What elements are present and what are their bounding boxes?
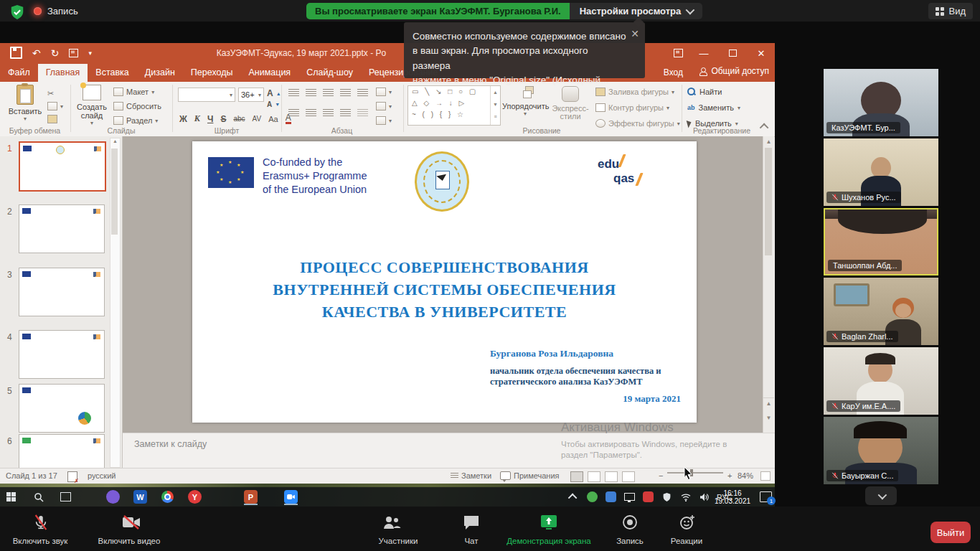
zoom-percentage[interactable]: 84% xyxy=(738,471,753,480)
decrease-indent-button[interactable] xyxy=(323,89,334,97)
shapes-gallery-scroll[interactable]: ▲▼≡ xyxy=(490,86,500,125)
zoom-out-button[interactable]: − xyxy=(659,471,663,480)
decrease-font-button[interactable]: А▼ xyxy=(267,100,280,108)
reactions-icon[interactable] xyxy=(679,514,696,531)
spellcheck-icon[interactable] xyxy=(67,471,77,482)
slide-thumbnail-4[interactable] xyxy=(19,330,105,379)
view-button[interactable]: Вид xyxy=(928,3,973,19)
slideshow-view-button[interactable] xyxy=(622,471,635,482)
slide-sorter-view-button[interactable] xyxy=(588,471,600,482)
layout-button[interactable]: Макет▾ xyxy=(113,88,154,96)
align-right-button[interactable] xyxy=(323,109,334,117)
muted-camera-icon[interactable] xyxy=(122,514,141,531)
slide-thumbnail-6[interactable] xyxy=(19,434,105,468)
task-view-icon[interactable] xyxy=(59,490,72,504)
video-tile[interactable]: КарУ им.Е.А.... xyxy=(824,347,938,415)
smartart-convert-button[interactable]: ▾ xyxy=(376,116,392,125)
underline-button[interactable]: Ч xyxy=(207,114,213,124)
shadow-button[interactable]: abc xyxy=(233,115,245,123)
slide-thumbnail-5[interactable] xyxy=(19,384,105,433)
new-slide-button[interactable]: Создать слайд ▾ xyxy=(75,85,109,126)
restore-button[interactable] xyxy=(722,43,743,63)
tray-volume-icon[interactable] xyxy=(697,490,711,504)
slide-thumbnail-1[interactable] xyxy=(19,141,106,192)
format-painter-button[interactable] xyxy=(47,115,57,123)
previous-slide-button[interactable]: ▲ xyxy=(763,397,774,407)
zoom-in-button[interactable]: + xyxy=(727,471,732,480)
numbering-button[interactable] xyxy=(306,89,316,97)
shape-outline-button[interactable]: Контур фигуры▾ xyxy=(595,103,669,112)
increase-indent-button[interactable] xyxy=(340,89,351,97)
slide-1[interactable]: ★★ ★★ ★★ ★★ Co-funded by the Erasmus+ Pr… xyxy=(192,141,697,423)
shape-fill-button[interactable]: Заливка фигуры▾ xyxy=(595,88,674,96)
close-icon[interactable]: ✕ xyxy=(631,27,639,42)
align-text-button[interactable]: ▾ xyxy=(376,102,392,110)
video-tile-active-speaker[interactable]: Таншолпан Абд... xyxy=(824,208,938,276)
video-tile[interactable]: Шуханов Рус... xyxy=(824,138,938,206)
tab-design[interactable]: Дизайн xyxy=(137,64,183,82)
tray-display-icon[interactable] xyxy=(623,490,636,504)
chat-icon[interactable] xyxy=(463,514,480,531)
line-spacing-button[interactable] xyxy=(357,89,368,97)
tab-transitions[interactable]: Переходы xyxy=(183,64,241,82)
comments-toggle[interactable]: Примечания xyxy=(500,471,560,480)
zoom-slider[interactable] xyxy=(667,471,723,473)
action-center-icon[interactable]: 1 xyxy=(760,491,772,502)
search-icon[interactable] xyxy=(32,490,45,504)
taskbar-app-chrome[interactable] xyxy=(161,490,174,504)
video-tile[interactable]: Бауыржан С... xyxy=(824,417,938,484)
video-tile[interactable]: КазУЭФМТ. Бур... xyxy=(824,69,938,136)
paste-button[interactable]: Вставить ▾ xyxy=(6,85,44,122)
bullets-button[interactable] xyxy=(288,89,299,97)
bold-button[interactable]: Ж xyxy=(179,114,187,124)
tray-expand-icon[interactable] xyxy=(567,490,580,504)
security-shield-icon[interactable] xyxy=(9,4,25,20)
justify-button[interactable] xyxy=(340,109,351,117)
redo-icon[interactable]: ↻ xyxy=(51,47,60,59)
start-video-button[interactable]: Включить видео xyxy=(92,537,166,545)
tab-slideshow[interactable]: Слайд-шоу xyxy=(298,64,361,82)
customize-qat-icon[interactable]: ▾ xyxy=(88,50,92,57)
save-icon[interactable] xyxy=(10,47,22,59)
video-tile[interactable]: Baglan Zharl... xyxy=(824,278,938,345)
arrange-button[interactable]: Упорядочить ▾ xyxy=(502,86,548,117)
record-icon[interactable] xyxy=(621,514,639,531)
chat-button[interactable]: Чат xyxy=(450,537,493,545)
taskbar-app-yandex[interactable]: Y xyxy=(188,490,202,504)
replace-button[interactable]: abЗаменить▾ xyxy=(687,103,740,112)
muted-mic-icon[interactable] xyxy=(33,514,49,532)
tray-network-icon[interactable] xyxy=(679,490,692,504)
taskbar-app-zoom[interactable] xyxy=(284,490,298,505)
font-size-combo[interactable]: 36+▾ xyxy=(238,88,264,102)
taskbar-app-powerpoint[interactable]: P xyxy=(244,490,258,505)
reactions-button[interactable]: Реакции xyxy=(665,537,708,545)
tray-icon-blue[interactable] xyxy=(604,490,618,504)
tray-clock[interactable]: 16:16 19.03.2021 xyxy=(710,489,755,505)
align-center-button[interactable] xyxy=(306,109,316,117)
tab-file[interactable]: Файл xyxy=(0,64,38,82)
tray-recording-icon[interactable] xyxy=(641,490,655,504)
tab-animations[interactable]: Анимация xyxy=(240,64,298,82)
copy-button[interactable]: ▾ xyxy=(47,102,63,110)
collapse-ribbon-button[interactable] xyxy=(762,123,768,130)
slide-thumbnail-2[interactable] xyxy=(19,204,105,253)
tray-defender-icon[interactable] xyxy=(660,490,674,504)
quick-styles-button[interactable]: Экспресс-стили xyxy=(550,86,591,121)
sign-in-link[interactable]: Вход xyxy=(664,67,683,77)
shapes-gallery[interactable]: ▭ ╲ ↘ □ ○ ▢ △ ◇ → ↓ ▷ ~ ( ) { } ☆ ▲▼≡ xyxy=(407,85,501,126)
reset-button[interactable]: Сбросить xyxy=(113,102,161,110)
tray-icon-green[interactable] xyxy=(585,490,599,504)
reading-view-button[interactable] xyxy=(605,471,618,482)
slideshow-from-start-icon[interactable] xyxy=(69,49,78,57)
participants-icon[interactable] xyxy=(382,514,401,531)
undo-icon[interactable]: ↶ xyxy=(32,47,41,59)
share-button[interactable]: Общий доступ xyxy=(699,66,769,76)
italic-button[interactable]: К xyxy=(194,113,200,124)
start-button[interactable] xyxy=(4,490,18,504)
collapse-videos-button[interactable] xyxy=(865,486,897,505)
notes-toggle[interactable]: Заметки xyxy=(451,471,491,480)
taskbar-app-purple[interactable] xyxy=(106,490,120,504)
fit-to-window-button[interactable] xyxy=(760,471,771,481)
align-left-button[interactable] xyxy=(288,109,299,117)
char-spacing-button[interactable]: AV xyxy=(253,115,262,123)
